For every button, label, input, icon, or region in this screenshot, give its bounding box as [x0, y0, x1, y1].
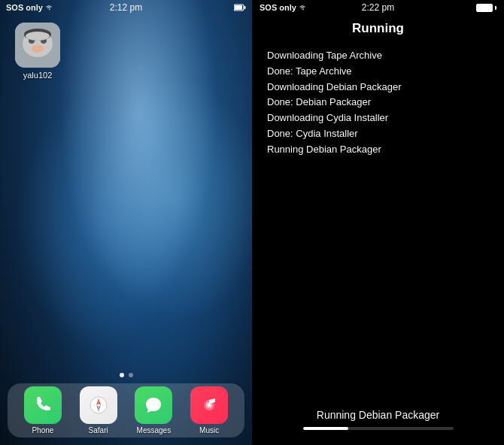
dock-item-messages[interactable]: Messages: [135, 386, 172, 434]
log-line-0: Downloading Tape Archive: [267, 48, 489, 64]
log-line-2: Downloading Debian Packager: [267, 80, 489, 95]
phone-label: Phone: [32, 426, 53, 434]
svg-point-18: [208, 404, 211, 407]
messages-label: Messages: [137, 426, 172, 434]
svg-point-7: [32, 45, 44, 53]
app-icon-container[interactable]: yalu102: [15, 23, 60, 80]
time-right: 2:22 pm: [362, 2, 394, 13]
log-line-4: Downloading Cydia Installer: [267, 110, 489, 126]
sos-label-left: SOS only: [6, 3, 53, 12]
bottom-section: Running Debian Packager: [252, 398, 504, 445]
battery-tip-right: [495, 6, 496, 10]
safari-label: Safari: [89, 426, 108, 434]
battery-icon-left: [234, 4, 246, 11]
time-left: 2:12 pm: [110, 2, 142, 13]
music-icon-svg: [199, 395, 220, 416]
music-app-icon[interactable]: [190, 386, 228, 424]
dock-item-phone[interactable]: Phone: [24, 386, 62, 434]
bottom-status-label: Running Debian Packager: [317, 409, 439, 421]
svg-rect-2: [235, 5, 242, 10]
battery-area-left: [234, 4, 246, 11]
phone-app-icon[interactable]: [24, 386, 62, 424]
dock-item-music[interactable]: Music: [190, 386, 228, 434]
app-icon-label: yalu102: [23, 71, 53, 80]
phone-icon-svg: [32, 395, 53, 416]
safari-icon-svg: [88, 395, 109, 416]
log-line-6: Running Debian Packager: [267, 142, 489, 158]
running-title: Running: [252, 15, 504, 45]
music-label: Music: [199, 426, 219, 434]
dock-item-safari[interactable]: Safari: [80, 386, 117, 434]
log-line-5: Done: Cydia Installer: [267, 126, 489, 142]
svg-point-9: [26, 32, 50, 41]
progress-bar-container: [303, 427, 454, 430]
app-icon[interactable]: [15, 23, 60, 68]
messages-icon-svg: [143, 395, 164, 416]
dot-2: [129, 373, 133, 377]
wifi-icon-right: [299, 4, 306, 11]
status-bar-left: SOS only 2:12 pm: [0, 0, 252, 15]
messages-app-icon[interactable]: [135, 386, 172, 424]
safari-app-icon[interactable]: [80, 386, 117, 424]
dot-1: [120, 373, 124, 377]
dock: Phone Safari Mess: [8, 383, 244, 437]
log-line-3: Done: Debian Packager: [267, 95, 489, 110]
page-dots: [120, 373, 133, 377]
wifi-icon: [45, 4, 53, 11]
log-content: Downloading Tape Archive Done: Tape Arch…: [252, 45, 504, 398]
battery-right: [476, 4, 496, 12]
app-icon-graphic: [15, 23, 60, 68]
battery-body-right: [476, 4, 493, 12]
status-bar-right: SOS only 2:22 pm: [252, 0, 504, 15]
progress-bar-fill: [303, 427, 348, 430]
left-panel: SOS only 2:12 pm: [0, 0, 252, 445]
right-panel: SOS only 2:22 pm Running Downloading Tap…: [252, 0, 504, 445]
sos-label-right: SOS only: [260, 3, 306, 12]
log-line-1: Done: Tape Archive: [267, 64, 489, 80]
svg-rect-1: [244, 6, 246, 9]
